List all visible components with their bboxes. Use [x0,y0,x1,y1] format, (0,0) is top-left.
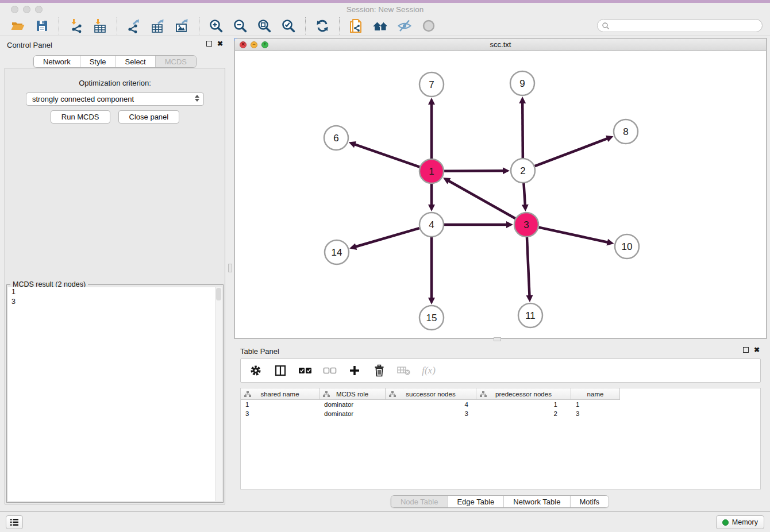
delete-table-icon [397,365,411,376]
app-title: Session: New Session [0,5,770,14]
node-label-15: 15 [426,313,437,323]
open-session-button[interactable] [9,17,26,34]
delete-rows-button[interactable] [372,364,386,377]
control-panel: Control Panel ✖ NetworkStyleSelectMCDS O… [0,36,230,511]
edge-arrowhead [519,97,526,103]
cell-successor-nodes[interactable]: 3 [386,409,476,418]
graph-edge-1-6[interactable] [354,144,419,167]
tab-style[interactable]: Style [80,56,116,67]
delete-table-button[interactable] [397,364,411,377]
cell-successor-nodes[interactable]: 4 [386,400,476,409]
graph-edge-2-9[interactable] [522,102,523,158]
splitter-grip[interactable] [494,337,501,341]
export-image-icon [175,18,190,33]
new-network-from-file-button[interactable] [348,17,365,34]
close-panel-icon[interactable]: ✖ [217,41,223,47]
tab-motifs[interactable]: Motifs [569,496,609,507]
import-table-button[interactable] [91,17,109,34]
tab-select[interactable]: Select [116,56,155,67]
run-mcds-button[interactable]: Run MCDS [51,110,110,124]
zoom-selected-button[interactable] [280,17,297,34]
graph-edge-2-3[interactable] [523,183,525,206]
column-header-name[interactable]: name [571,388,620,400]
zoom-in-button[interactable] [207,17,225,34]
mcds-result-list[interactable]: 1 3 [8,287,222,501]
splitter-grip[interactable] [228,264,232,272]
column-header-MCDS-role[interactable]: MCDS role [319,388,386,400]
save-session-button[interactable] [33,17,51,34]
toolbar-separator [199,17,199,34]
node-label-2: 2 [520,165,525,176]
network-zoom-button[interactable]: + [261,41,268,48]
cell-MCDS-role[interactable]: dominator [319,409,386,418]
network-canvas[interactable]: 7968124314101511 [235,51,766,338]
tab-edge-table[interactable]: Edge Table [447,496,503,507]
function-builder-button[interactable]: f(x) [422,364,436,377]
table-panel-tabs: Node TableEdge TableNetwork TableMotifs [391,495,609,508]
criterion-dropdown[interactable]: strongly connected component [26,92,204,106]
graph-edge-1-2[interactable] [444,171,504,171]
export-network-button[interactable] [125,17,143,34]
column-type-icon [389,391,396,398]
tab-node-table[interactable]: Node Table [391,496,448,507]
import-network-button[interactable] [67,17,84,34]
task-history-button[interactable] [6,515,23,529]
cell-predecessor-nodes[interactable]: 1 [476,400,571,409]
edge-arrowhead [428,298,435,304]
column-header-successor-nodes[interactable]: successor nodes [386,388,476,400]
graph-edge-3-11[interactable] [527,237,530,296]
network-graph[interactable]: 7968124314101511 [235,51,766,338]
deselect-all-checks-button[interactable] [323,364,337,377]
cell-shared-name[interactable]: 3 [241,409,319,418]
edge-arrowhead [503,167,510,174]
column-header-shared-name[interactable]: shared name [241,388,319,400]
close-panel-icon[interactable]: ✖ [754,347,760,353]
tab-network[interactable]: Network [34,56,80,67]
add-row-button[interactable] [348,364,361,377]
show-all-button[interactable] [420,17,437,34]
import-network-icon [68,18,83,33]
toolbar-separator [339,17,340,34]
export-image-button[interactable] [174,17,191,34]
float-panel-icon[interactable] [743,347,749,353]
export-table-button[interactable] [149,17,167,34]
tab-mcds[interactable]: MCDS [155,56,196,67]
graph-edge-4-14[interactable] [355,228,419,247]
table-row[interactable]: 3dominator323 [241,409,760,418]
network-close-button[interactable]: ✕ [240,41,247,48]
result-scrollbar[interactable] [215,287,222,501]
hide-selected-button[interactable] [396,17,413,34]
select-all-checks-button[interactable] [298,364,312,377]
graph-edge-3-10[interactable] [538,228,608,242]
refresh-icon [315,18,330,33]
column-selector-button[interactable] [274,364,287,377]
graph-edge-3-1[interactable] [448,180,515,218]
table-row[interactable]: 1dominator411 [241,400,760,409]
column-header-predecessor-nodes[interactable]: predecessor nodes [476,388,571,400]
result-line: 3 [8,297,222,307]
cell-name[interactable]: 1 [571,400,620,409]
show-all-disabled-icon [421,18,436,33]
tab-network-table[interactable]: Network Table [503,496,569,507]
network-minimize-button[interactable]: − [251,41,257,48]
memory-button[interactable]: Memory [716,515,764,529]
cell-shared-name[interactable]: 1 [241,400,319,409]
cell-MCDS-role[interactable]: dominator [319,400,386,409]
float-panel-icon[interactable] [206,41,212,47]
first-neighbors-button[interactable] [372,17,389,34]
search-field[interactable] [597,19,763,32]
refresh-view-button[interactable] [314,17,331,34]
table-settings-button[interactable] [249,364,263,377]
zoom-out-button[interactable] [232,17,249,34]
save-floppy-icon [34,18,49,33]
network-window-titlebar[interactable]: ✕ − + scc.txt [235,38,766,51]
edge-arrowhead [526,295,533,302]
search-input[interactable] [610,20,762,32]
close-panel-button[interactable]: Close panel [118,110,180,124]
cell-name[interactable]: 3 [571,409,620,418]
graph-edge-2-8[interactable] [535,138,609,166]
zoom-fit-button[interactable] [256,17,273,34]
node-table[interactable]: shared nameMCDS rolesuccessor nodesprede… [240,388,761,489]
cell-predecessor-nodes[interactable]: 2 [476,409,571,418]
zoom-selected-icon [281,18,296,33]
